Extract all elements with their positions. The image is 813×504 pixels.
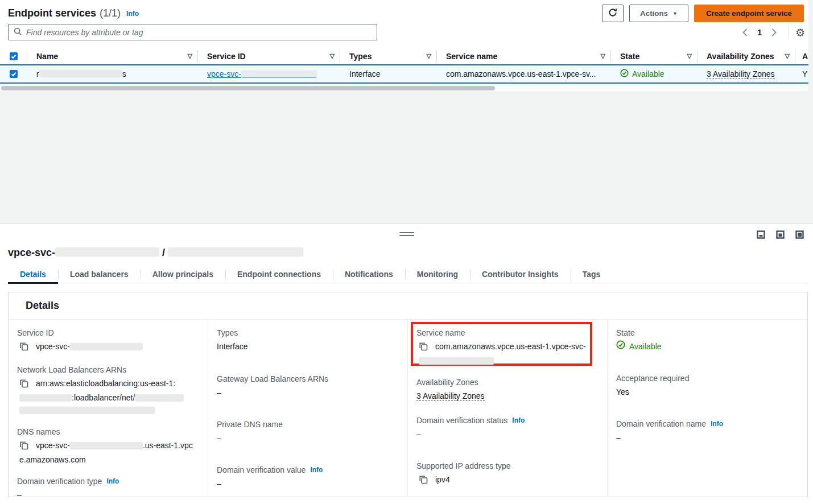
column-header-acceptance-cut[interactable]: A	[795, 48, 808, 64]
filter-icon[interactable]: ▽	[327, 52, 335, 60]
select-all-checkbox[interactable]	[10, 52, 18, 60]
tab-details[interactable]: Details	[8, 266, 58, 283]
page-title: Endpoint services	[8, 7, 96, 19]
search-box[interactable]	[8, 24, 377, 40]
field-types: Types Interface	[217, 328, 397, 353]
tab-contributor-insights[interactable]: Contributor Insights	[470, 266, 571, 283]
panel-layout-controls	[757, 230, 804, 241]
copy-icon[interactable]	[19, 441, 28, 453]
caret-down-icon: ▼	[672, 11, 678, 16]
row-service-name-cell: com.amazonaws.vpce.us-east-1.vpce-sv...	[437, 65, 611, 82]
field-nlb-arns: Network Load Balancers ARNs arn:aws:elas…	[17, 365, 197, 416]
info-link[interactable]: Info	[126, 10, 139, 18]
copy-icon[interactable]	[19, 379, 28, 391]
copy-icon[interactable]	[419, 475, 428, 488]
field-service-name: Service name com.amazonaws.vpce.us-east-…	[416, 328, 597, 367]
field-domain-verification-type: Domain verification type Info –	[17, 477, 197, 501]
column-header-service-name[interactable]: Service name▽	[437, 48, 611, 64]
redacted-text	[241, 71, 317, 78]
select-all-cell	[0, 48, 27, 64]
availability-zones-popover-link[interactable]: 3 Availability Zones	[707, 69, 775, 79]
previous-page-button[interactable]	[738, 26, 752, 39]
info-link[interactable]: Info	[711, 420, 723, 428]
scrollbar-gutter	[808, 0, 813, 223]
redacted-text	[19, 394, 72, 402]
horizontal-scrollbar-track[interactable]	[0, 85, 808, 92]
column-header-service-id[interactable]: Service ID▽	[198, 48, 340, 64]
filter-icon[interactable]: ▽	[597, 52, 605, 60]
details-column-4: State Available Acceptance required Yes …	[608, 320, 807, 496]
horizontal-scrollbar-thumb[interactable]	[1, 86, 495, 90]
field-dns-names: DNS names vpce-svc-.us-east-1.vpce.amazo…	[17, 427, 197, 466]
resource-count: (1/1)	[100, 7, 121, 19]
tab-bar: Details Load balancers Allow principals …	[8, 266, 808, 283]
current-page[interactable]: 1	[754, 28, 765, 37]
field-acceptance-required: Acceptance required Yes	[616, 374, 797, 398]
details-column-1: Service ID vpce-svc- Network Load Balanc…	[9, 320, 208, 496]
table-row[interactable]: rs vpce-svc- Interface com.amazonaws.vpc…	[0, 64, 808, 84]
info-link[interactable]: Info	[310, 466, 323, 474]
redacted-text	[70, 442, 143, 449]
details-card-heading: Details	[9, 292, 807, 320]
actions-button[interactable]: Actions ▼	[629, 5, 688, 22]
row-checkbox[interactable]	[10, 70, 18, 78]
tab-monitoring[interactable]: Monitoring	[405, 266, 470, 283]
endpoint-services-list-section: Endpoint services (1/1) Info Actions ▼ C…	[0, 0, 813, 223]
info-link[interactable]: Info	[512, 416, 525, 424]
header-buttons: Actions ▼ Create endpoint service	[602, 5, 804, 22]
tab-allow-principals[interactable]: Allow principals	[141, 266, 225, 283]
panel-size-medium-icon[interactable]	[776, 230, 785, 241]
search-input[interactable]	[26, 28, 372, 37]
actions-label: Actions	[640, 9, 668, 18]
filter-icon[interactable]: ▽	[423, 52, 431, 60]
field-glb-arns: Gateway Load Balancers ARNs –	[217, 374, 397, 399]
detail-split-panel: vpce-svc- / Details Load balancers Allow…	[0, 223, 813, 504]
info-link[interactable]: Info	[106, 477, 119, 485]
filter-icon[interactable]: ▽	[184, 52, 192, 60]
row-types-cell: Interface	[340, 65, 437, 82]
tab-endpoint-connections[interactable]: Endpoint connections	[225, 266, 333, 283]
create-endpoint-service-button[interactable]: Create endpoint service	[694, 5, 804, 22]
redacted-text	[19, 407, 155, 414]
redacted-text	[55, 247, 159, 257]
copy-icon[interactable]	[419, 342, 428, 354]
row-name-cell: rs	[27, 65, 198, 82]
field-domain-verification-name: Domain verification name Info –	[616, 419, 797, 444]
details-card: Details Service ID vpce-svc- Network Loa…	[8, 292, 808, 497]
next-page-button[interactable]	[767, 26, 781, 39]
filter-icon[interactable]: ▽	[684, 52, 692, 60]
settings-gear-icon[interactable]: ⚙	[795, 27, 805, 38]
table-header: Name▽ Service ID▽ Types▽ Service name▽ S…	[0, 48, 808, 64]
availability-zones-popover-link[interactable]: 3 Availability Zones	[416, 391, 485, 401]
tab-load-balancers[interactable]: Load balancers	[58, 266, 141, 283]
service-id-link[interactable]: vpce-svc-	[207, 69, 317, 79]
column-header-state[interactable]: State▽	[611, 48, 698, 64]
column-header-types[interactable]: Types▽	[340, 48, 437, 64]
split-panel-drag-handle[interactable]	[399, 232, 414, 238]
panel-size-small-icon[interactable]	[757, 230, 765, 241]
search-icon	[14, 27, 22, 38]
filter-icon[interactable]: ▽	[782, 52, 790, 60]
tab-notifications[interactable]: Notifications	[333, 266, 405, 283]
row-service-id-cell: vpce-svc-	[198, 65, 340, 82]
status-available-icon	[616, 340, 625, 353]
column-header-availability-zones[interactable]: Availability Zones▽	[698, 48, 795, 64]
redacted-text	[39, 70, 122, 77]
field-state: State Available	[616, 328, 797, 353]
field-domain-verification-status: Domain verification status Info –	[416, 416, 597, 440]
redacted-text	[168, 247, 303, 257]
copy-icon[interactable]	[19, 342, 28, 354]
panel-size-full-icon[interactable]	[795, 230, 804, 241]
tab-tags[interactable]: Tags	[571, 266, 613, 283]
column-header-name[interactable]: Name▽	[27, 48, 198, 64]
row-state-cell: Available	[611, 65, 698, 82]
details-column-2: Types Interface Gateway Load Balancers A…	[208, 320, 408, 496]
row-availability-zones-cell: 3 Availability Zones	[698, 65, 795, 82]
row-acceptance-cell-cut: Y	[795, 65, 808, 82]
field-private-dns-name: Private DNS name –	[217, 420, 397, 444]
refresh-button[interactable]	[602, 5, 624, 22]
empty-area	[0, 92, 813, 223]
status-available-icon	[620, 69, 629, 79]
divider	[788, 26, 789, 39]
pagination: 1 ⚙	[738, 25, 805, 40]
